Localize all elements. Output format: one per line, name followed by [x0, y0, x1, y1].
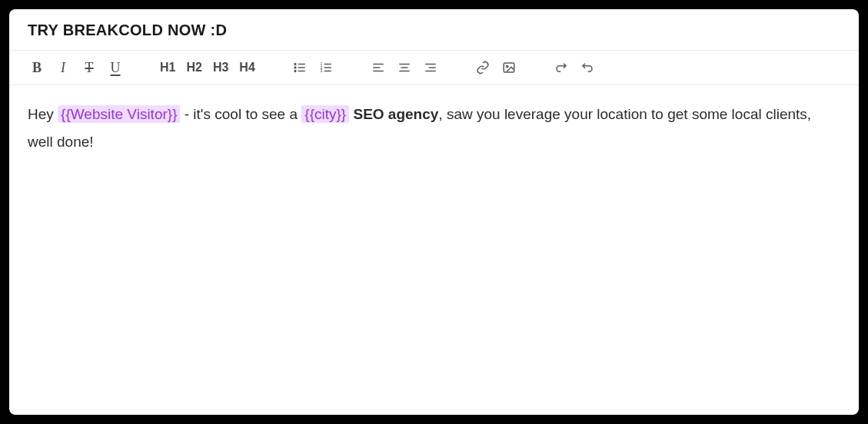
body-text: Hey	[28, 106, 58, 122]
align-center-button[interactable]	[395, 58, 414, 77]
insert-group	[474, 58, 518, 77]
align-right-button[interactable]	[421, 58, 440, 77]
numbered-list-button[interactable]: 1 2 3	[317, 58, 335, 77]
svg-text:3: 3	[320, 68, 322, 73]
svg-point-0	[294, 64, 296, 65]
list-group: 1 2 3	[291, 58, 335, 77]
toolbar: B I T U H1 H2 H3 H4 1 2	[9, 51, 859, 85]
title-row	[9, 9, 859, 51]
align-group	[369, 58, 440, 77]
undo-button[interactable]	[578, 58, 597, 77]
body-bold: SEO agency	[353, 106, 438, 122]
h1-button[interactable]: H1	[158, 58, 177, 77]
bold-button[interactable]: B	[28, 58, 46, 77]
email-editor: B I T U H1 H2 H3 H4 1 2	[9, 9, 859, 415]
svg-point-4	[294, 71, 296, 72]
h2-button[interactable]: H2	[185, 58, 203, 77]
strikethrough-button[interactable]: T	[80, 58, 98, 77]
text-style-group: B I T U	[28, 58, 125, 77]
h4-button[interactable]: H4	[238, 58, 256, 77]
variable-token-city[interactable]: {{city}}	[301, 105, 349, 123]
subject-input[interactable]	[28, 22, 840, 39]
align-left-button[interactable]	[369, 58, 387, 77]
history-group	[552, 58, 597, 77]
body-text: - it's cool to see a	[180, 106, 301, 122]
italic-button[interactable]: I	[54, 58, 72, 77]
image-button[interactable]	[500, 58, 518, 77]
svg-point-22	[506, 65, 507, 67]
h3-button[interactable]: H3	[211, 58, 230, 77]
editor-body[interactable]: Hey {{Website Visitor}} - it's cool to s…	[9, 85, 859, 415]
link-button[interactable]	[474, 58, 492, 77]
heading-group: H1 H2 H3 H4	[158, 58, 257, 77]
redo-button[interactable]	[552, 58, 570, 77]
underline-button[interactable]: U	[106, 58, 125, 77]
svg-point-2	[294, 67, 296, 68]
bullet-list-button[interactable]	[291, 58, 309, 77]
variable-token-visitor[interactable]: {{Website Visitor}}	[58, 105, 180, 123]
